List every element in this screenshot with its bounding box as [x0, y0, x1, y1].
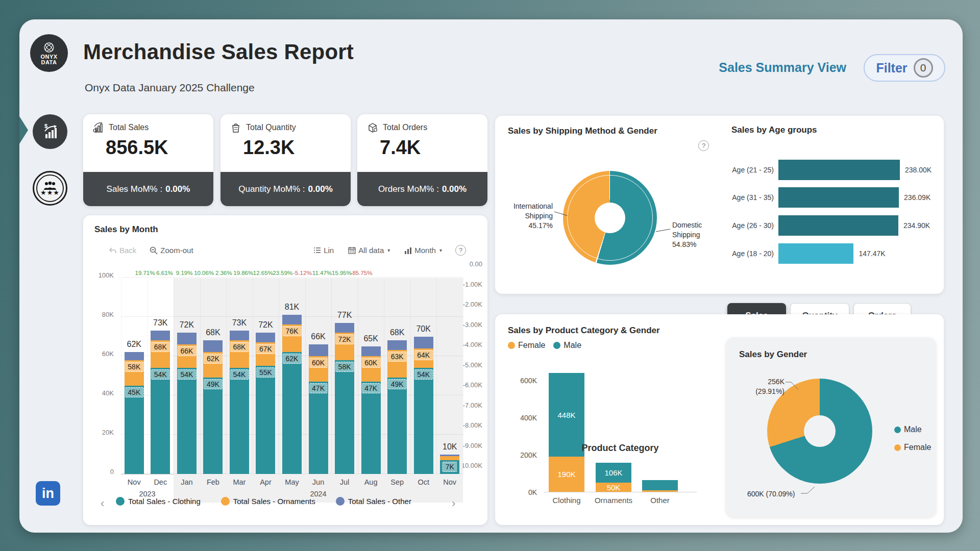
segment-clothing[interactable]: 54K: [230, 368, 249, 474]
segment-other[interactable]: [203, 340, 223, 352]
segment-clothing[interactable]: 49K: [387, 378, 407, 474]
sales-chart-icon: [92, 121, 105, 134]
bar-mar-4[interactable]: 54K68K: [230, 331, 249, 474]
segment-clothing[interactable]: 47K: [309, 382, 328, 474]
bar-nov-0[interactable]: 45K58K: [125, 352, 144, 474]
bar-nov-12[interactable]: 7K: [440, 455, 459, 474]
legend-item[interactable]: Total Sales - Clothing: [116, 497, 201, 506]
segment-ornaments[interactable]: 68K: [151, 340, 170, 368]
segment-other[interactable]: [361, 346, 381, 356]
all-data-dropdown[interactable]: All data ▾: [348, 246, 390, 255]
segment-other[interactable]: [256, 333, 275, 342]
legend-item-male[interactable]: Male: [894, 425, 922, 434]
segment-other[interactable]: [177, 333, 197, 344]
total-label: 73K: [153, 318, 167, 328]
y-axis-tick: 600K: [520, 377, 537, 385]
legend-item[interactable]: Total Sales - Other: [336, 497, 411, 506]
bar-clothing-female[interactable]: 190K: [549, 457, 584, 492]
shipping-donut-chart[interactable]: [563, 171, 657, 265]
slice-value: 600K (70.09%): [747, 490, 795, 498]
segment-clothing[interactable]: 45K: [125, 386, 144, 474]
segment-other[interactable]: [309, 344, 328, 356]
segment-ornaments[interactable]: 64K: [414, 348, 433, 368]
segment-ornaments[interactable]: 63K: [387, 350, 407, 378]
segment-clothing[interactable]: 49K: [203, 378, 223, 474]
help-icon[interactable]: ?: [698, 140, 709, 151]
segment-clothing[interactable]: 58K: [335, 360, 354, 474]
segment-ornaments[interactable]: [440, 456, 459, 460]
age-bar[interactable]: [778, 160, 900, 180]
segment-other[interactable]: [414, 337, 433, 348]
gridline: [463, 278, 463, 474]
sidebar-item-customers[interactable]: ★★★: [33, 171, 67, 206]
age-bar[interactable]: [778, 215, 898, 236]
age-bar[interactable]: [778, 243, 853, 264]
bar-ornaments-female[interactable]: 50K: [596, 483, 631, 492]
segment-ornaments[interactable]: 60K: [361, 356, 381, 382]
bar-apr-5[interactable]: 55K67K: [256, 333, 275, 474]
bar-label: 76K: [283, 326, 302, 336]
help-icon[interactable]: ?: [455, 245, 466, 256]
bar-sep-10[interactable]: 49K63K: [387, 340, 407, 474]
segment-clothing[interactable]: 55K: [256, 366, 275, 474]
sidebar-item-sales[interactable]: $: [33, 114, 67, 149]
linkedin-icon[interactable]: in: [36, 481, 60, 506]
kpi-footer-value: 0.00%: [308, 184, 333, 194]
segment-other[interactable]: [282, 315, 302, 324]
bar-other-female[interactable]: [642, 490, 678, 492]
bar-aug-9[interactable]: 47K60K: [361, 346, 381, 474]
age-bar[interactable]: [778, 187, 899, 208]
segment-ornaments[interactable]: 66K: [177, 344, 197, 368]
segment-ornaments[interactable]: 76K: [282, 324, 302, 352]
segment-clothing[interactable]: 47K: [361, 382, 381, 474]
bar-jan-2[interactable]: 54K66K: [177, 333, 197, 474]
segment-ornaments[interactable]: 62K: [203, 352, 223, 378]
legend-next-arrow[interactable]: ›: [452, 497, 455, 510]
bar-jun-7[interactable]: 47K60K: [309, 344, 328, 474]
legend-prev-arrow[interactable]: ‹: [101, 497, 104, 510]
back-button[interactable]: Back: [109, 246, 136, 255]
legend-item-female[interactable]: Female: [894, 443, 931, 452]
segment-other[interactable]: [387, 340, 407, 350]
zoom-out-button[interactable]: Zoom-out: [150, 246, 193, 255]
y2-axis-tick: -2.00K: [463, 300, 482, 308]
segment-ornaments[interactable]: 68K: [230, 340, 249, 368]
segment-ornaments[interactable]: 58K: [125, 360, 144, 386]
segment-clothing[interactable]: 7K: [440, 460, 459, 474]
segment-other[interactable]: [230, 331, 249, 340]
segment-clothing[interactable]: 62K: [282, 352, 302, 474]
kpi-top: Total Quantity 12.3K: [220, 114, 351, 172]
bar-ornaments-male[interactable]: 106K: [596, 463, 631, 483]
bar-other-male[interactable]: [642, 480, 678, 490]
segment-clothing[interactable]: 54K: [151, 368, 170, 474]
segment-ornaments[interactable]: 67K: [256, 342, 275, 366]
segment-other[interactable]: [151, 331, 170, 340]
x-axis-label: Jul: [340, 478, 350, 486]
segment-other[interactable]: [125, 352, 144, 360]
x-axis-label: Oct: [418, 478, 429, 486]
chart-title: Sales by Shipping Method & Gender: [508, 126, 657, 136]
lin-toggle[interactable]: Lin: [313, 246, 334, 255]
filter-button[interactable]: Filter 0: [864, 54, 945, 82]
active-nav-pointer: [19, 116, 28, 144]
segment-ornaments[interactable]: 72K: [335, 333, 354, 360]
y2-axis-tick: -7.00K: [463, 401, 482, 409]
kpi-total-orders: Total Orders 7.4K Orders MoM% : 0.00%: [357, 114, 487, 206]
bar-jul-8[interactable]: 58K72K: [335, 323, 354, 474]
bar-oct-11[interactable]: 54K64K: [414, 337, 433, 474]
caret-down-icon: ▾: [439, 247, 442, 253]
segment-ornaments[interactable]: 60K: [309, 356, 328, 382]
segment-other[interactable]: [335, 323, 354, 333]
bar-may-6[interactable]: 62K76K: [282, 315, 302, 474]
legend-item[interactable]: Total Sales - Ornaments: [221, 497, 315, 506]
granularity-dropdown[interactable]: Month ▾: [404, 246, 442, 255]
segment-other[interactable]: [440, 455, 459, 457]
legend-item[interactable]: Male: [553, 341, 581, 350]
segment-clothing[interactable]: 54K: [414, 368, 433, 474]
segment-clothing[interactable]: 54K: [177, 368, 197, 474]
gridline: [121, 277, 463, 278]
mom-percent-label: 15.95%: [332, 270, 352, 276]
bar-dec-1[interactable]: 54K68K: [151, 331, 170, 474]
bar-feb-3[interactable]: 49K62K: [203, 340, 223, 474]
legend-item[interactable]: Female: [508, 341, 545, 350]
